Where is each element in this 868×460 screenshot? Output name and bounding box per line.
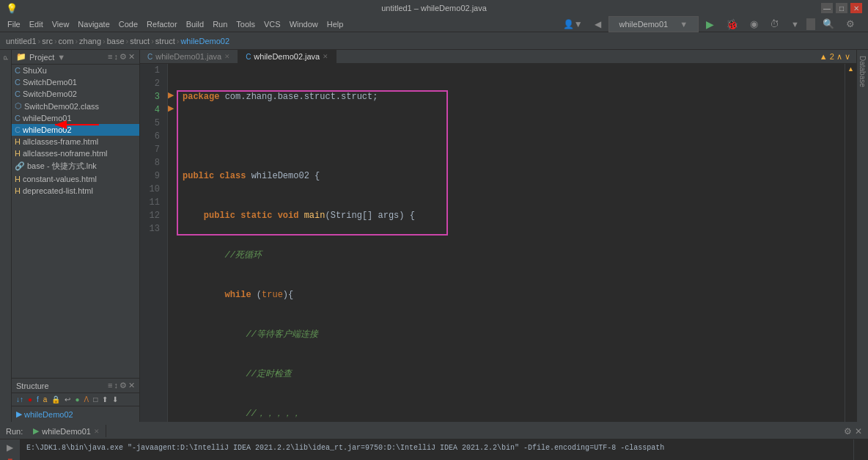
project-tree: C ShuXu C SwitchDemo01 C SwitchDemo02 ⬡ …	[12, 65, 139, 378]
breadcrumb-src[interactable]: src	[42, 37, 53, 45]
menu-file[interactable]: File	[3, 18, 25, 30]
menu-refactor[interactable]: Refactor	[142, 18, 182, 30]
menu-window[interactable]: Window	[285, 18, 323, 30]
run-tab-close[interactable]: ✕	[94, 428, 100, 435]
database-label[interactable]: Database	[857, 53, 868, 90]
side-icon-project[interactable]: P	[1, 53, 11, 63]
struct-btn-11[interactable]: ⬇	[111, 395, 119, 404]
tab-close[interactable]: ✕	[224, 53, 230, 60]
line-num-13: 13	[140, 222, 163, 236]
debug-button[interactable]: 🐞	[721, 17, 743, 32]
menu-edit[interactable]: Edit	[25, 18, 48, 30]
menu-run[interactable]: Run	[208, 18, 232, 30]
struct-btn-3[interactable]: f	[35, 395, 40, 404]
struct-action-3[interactable]: ⚙	[119, 381, 127, 390]
breadcrumb-zhang[interactable]: zhang	[79, 37, 101, 45]
breadcrumb-whileDemo02[interactable]: whileDemo02	[180, 37, 229, 45]
profile-button[interactable]: ⏱	[765, 17, 784, 31]
struct-action-1[interactable]: ≡	[108, 381, 112, 390]
run-panel-close-icon[interactable]: ✕	[855, 426, 862, 437]
gear-icon[interactable]: ⚙	[844, 426, 852, 437]
tree-item-constant[interactable]: H constant-values.html	[12, 173, 139, 185]
run-tab-whiledemo01[interactable]: ▶ whileDemo01 ✕	[27, 425, 106, 437]
project-title: 📁 Project ▼	[16, 52, 65, 62]
menu-help[interactable]: Help	[323, 18, 348, 30]
breadcrumb-com[interactable]: com	[59, 37, 74, 45]
tree-item-label: SwitchDemo02	[23, 90, 77, 98]
struct-btn-1[interactable]: ↓↑	[15, 395, 25, 404]
breadcrumb-struct1[interactable]: struct	[130, 37, 150, 45]
struct-btn-2[interactable]: ●	[26, 395, 34, 404]
tree-item-deprecated[interactable]: H deprecated-list.html	[12, 185, 139, 197]
struct-btn-6[interactable]: ↩	[63, 395, 72, 404]
menu-vcs[interactable]: VCS	[260, 18, 285, 30]
tree-item-allclasses-noframe[interactable]: H allclasses-noframe.html	[12, 147, 139, 159]
breadcrumb: untitled1 › src › com › zhang › base › s…	[0, 32, 868, 50]
run-content: ▶ ■ ⤓ ↩ ⇌ 🗑 ⋮ E:\JDK1.8\bin\java.exe "-j…	[0, 439, 868, 460]
structure-run-item[interactable]: ▶ whileDemo02	[16, 409, 135, 419]
tab-whiledemo02[interactable]: C whileDemo02.java ✕	[238, 50, 336, 63]
code-line-3: public class whileDemo02 {	[183, 169, 839, 183]
tree-item-whiledemo02[interactable]: C whileDemo02	[12, 124, 139, 136]
editor-tabs: C whileDemo01.java ✕ C whileDemo02.java …	[140, 50, 856, 64]
project-action-sort[interactable]: ↕	[114, 52, 119, 62]
structure-run-label: whileDemo02	[24, 410, 73, 419]
window-controls[interactable]: — □ ✕	[821, 3, 862, 13]
tree-item-base-lnk[interactable]: 🔗 base - 快捷方式.lnk	[12, 159, 139, 173]
more-run-btn[interactable]: ▼	[787, 18, 803, 30]
project-dropdown-icon[interactable]: ▼	[57, 53, 65, 62]
code-line-9: //，，，，，	[183, 407, 839, 420]
maximize-button[interactable]: □	[836, 3, 847, 13]
struct-btn-4[interactable]: a	[42, 395, 49, 404]
tree-item-shuxu[interactable]: C ShuXu	[12, 65, 139, 76]
struct-action-2[interactable]: ↕	[114, 381, 119, 390]
run-config-selector[interactable]: whileDemo01 ▼	[608, 16, 699, 32]
search-everywhere-button[interactable]: 🔍	[818, 17, 839, 31]
minimize-button[interactable]: —	[821, 3, 833, 13]
menu-code[interactable]: Code	[114, 18, 142, 30]
breadcrumb-base[interactable]: base	[107, 37, 125, 45]
tab-close[interactable]: ✕	[323, 53, 328, 60]
struct-btn-8[interactable]: Λ	[82, 395, 90, 404]
right-gutter: ▲	[845, 64, 856, 422]
struct-btn-7[interactable]: ●	[73, 395, 81, 404]
run-tab-icon: ▶	[33, 426, 39, 436]
tree-item-switchdemo02class[interactable]: ⬡ SwitchDemo02.class	[12, 100, 139, 112]
project-action-close[interactable]: ✕	[128, 52, 135, 62]
tree-item-switchdemo02[interactable]: C SwitchDemo02	[12, 88, 139, 100]
struct-btn-10[interactable]: ⬆	[100, 395, 109, 404]
java-icon: C	[15, 78, 21, 87]
warning-count[interactable]: ▲ 2 ∧ ∨	[820, 52, 850, 62]
tab-whiledemo01[interactable]: C whileDemo01.java ✕	[140, 50, 238, 63]
run-restart-icon[interactable]: ▶	[7, 442, 13, 453]
run-settings-icon[interactable]: ⚙ ✕	[844, 426, 862, 437]
close-button[interactable]: ✕	[850, 3, 862, 13]
line-num-8: 8	[140, 156, 163, 169]
struct-btn-5[interactable]: 🔒	[50, 395, 62, 404]
tree-item-label: SwitchDemo02.class	[24, 102, 99, 111]
menu-tools[interactable]: Tools	[232, 18, 260, 30]
tree-item-allclasses-frame[interactable]: H allclasses-frame.html	[12, 136, 139, 147]
line-num-3: 3	[140, 90, 163, 103]
breadcrumb-struct2[interactable]: struct	[155, 37, 175, 45]
nav-back-icon[interactable]: ◀	[590, 18, 606, 31]
menu-build[interactable]: Build	[182, 18, 208, 30]
link-icon: 🔗	[15, 161, 25, 171]
project-action-collapse[interactable]: ≡	[108, 52, 112, 62]
structure-panel: Structure ≡ ↕ ⚙ ✕ ↓↑ ● f a 🔒 ↩ ● Λ □ ⬆	[12, 378, 139, 422]
project-action-gear[interactable]: ⚙	[119, 52, 127, 62]
code-editor[interactable]: package com.zhang.base.struct.struct; pu…	[168, 64, 845, 422]
struct-btn-9[interactable]: □	[92, 395, 99, 404]
user-icon[interactable]: 👤▼	[559, 18, 587, 31]
tree-item-switchdemo01[interactable]: C SwitchDemo01	[12, 76, 139, 88]
editor-content[interactable]: 1 2 3 4 5 6 7 8 9 10 11 12 13 ▶ ▶ packag…	[140, 64, 856, 422]
menu-view[interactable]: View	[48, 18, 74, 30]
settings-button[interactable]: ⚙	[842, 17, 859, 31]
breadcrumb-untitled1[interactable]: untitled1	[6, 37, 37, 45]
tree-item-whiledemo01[interactable]: C whileDemo01	[12, 112, 139, 124]
run-stop-icon[interactable]: ■	[7, 456, 12, 460]
struct-action-4[interactable]: ✕	[128, 381, 135, 390]
menu-navigate[interactable]: Navigate	[73, 18, 114, 30]
run-with-coverage-button[interactable]: ◉	[746, 17, 762, 31]
run-button[interactable]: ▶	[702, 17, 718, 32]
